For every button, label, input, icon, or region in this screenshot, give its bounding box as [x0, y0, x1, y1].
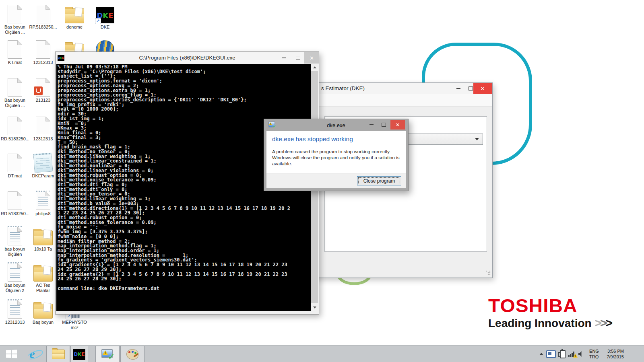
- maximize-button[interactable]: [378, 119, 389, 130]
- minimize-button[interactable]: [366, 119, 377, 130]
- folder-icon: [65, 8, 84, 23]
- desktop-icon[interactable]: RD.5183250...: [1, 191, 29, 216]
- document-icon: [8, 40, 22, 59]
- resize-grip[interactable]: [486, 270, 491, 275]
- text-document-icon: [8, 299, 22, 319]
- taskbar-ie-button[interactable]: e: [24, 346, 40, 362]
- maximize-button[interactable]: [291, 52, 304, 64]
- desktop-icon[interactable]: bas boyun ölçülen: [1, 226, 29, 257]
- dialog-body: dke.exe has stopped working A problem ca…: [266, 131, 406, 188]
- desktop-icon-label: Baş boyun: [29, 320, 57, 325]
- desktop-icon-label: 213123: [29, 98, 57, 103]
- desktop-icon-label: Bas boyun Ölçülen ...: [1, 25, 29, 35]
- start-button[interactable]: [3, 346, 19, 362]
- desktop-icon[interactable]: Bas boyun Ölçülen ...: [1, 4, 29, 35]
- desktop: TOSHIBA Leading Innovation >>> Bas boyun…: [0, 0, 644, 362]
- document-icon: [8, 117, 22, 135]
- tray-volume-icon[interactable]: [576, 346, 585, 362]
- document-icon: [8, 5, 22, 23]
- console-titlebar[interactable]: DKE C:\Program Files (x86)\DKE\DKEGUI.ex…: [56, 52, 319, 64]
- file-explorer-icon: [52, 350, 65, 359]
- chevron-up-icon: [539, 353, 543, 355]
- desktop-icon[interactable]: AC Tes Planlar: [29, 262, 57, 293]
- internet-explorer-icon: e: [29, 348, 35, 360]
- desktop-icon[interactable]: DKE↗DKE: [91, 4, 119, 30]
- text-document-icon: [36, 191, 50, 210]
- close-button[interactable]: ✕: [390, 120, 405, 130]
- close-program-button[interactable]: Close program: [357, 176, 401, 185]
- folder-icon: [33, 267, 53, 282]
- desktop-icon-label: DKE: [91, 25, 119, 30]
- desktop-icon-label: DKEParam: [29, 173, 57, 179]
- desktop-icon[interactable]: 12312313: [29, 39, 57, 65]
- desktop-icon-label: Bas boyun Ölçülen 2: [1, 283, 29, 293]
- tray-display-icon[interactable]: [545, 346, 557, 362]
- desktop-icon[interactable]: RP.5183250...: [29, 4, 57, 30]
- minimize-button[interactable]: [278, 52, 291, 64]
- chevron-down-icon: [475, 138, 479, 140]
- network-signal-icon: !: [568, 351, 576, 357]
- toshiba-tagline: Leading Innovation >>>: [488, 316, 611, 330]
- desktop-icon-label: philips8: [29, 211, 57, 216]
- dialog-heading: dke.exe has stopped working: [272, 136, 406, 143]
- desktop-icon[interactable]: KT.mat: [1, 39, 29, 65]
- compatibility-assistant-icon: ! ✓: [101, 349, 114, 360]
- dke-window-title: s Estimator (DKE): [321, 85, 365, 91]
- tray-time: 3:56 PM: [601, 348, 624, 354]
- desktop-icon[interactable]: deneme: [60, 4, 89, 30]
- notepad-icon: [33, 152, 53, 173]
- document-icon: [36, 78, 50, 97]
- desktop-icon[interactable]: DKEParam: [29, 153, 57, 179]
- dialog-titlebar[interactable]: ! ✓ dke.exe ✕: [264, 119, 408, 131]
- desktop-icon[interactable]: Baş boyun: [29, 299, 57, 325]
- desktop-icon[interactable]: DT.mat: [1, 153, 29, 179]
- dialog-footer: Close program: [266, 173, 406, 188]
- desktop-icon[interactable]: RD.5183250...: [1, 116, 29, 142]
- desktop-icon-label: RD.5183250...: [1, 136, 29, 142]
- dke-app-icon: DKE↗: [96, 7, 114, 23]
- desktop-icon-label: 12312313: [29, 60, 57, 65]
- document-icon: [8, 154, 22, 172]
- document-icon: [36, 40, 50, 59]
- desktop-icon[interactable]: 213123: [29, 77, 57, 103]
- scroll-up-icon[interactable]: [311, 64, 318, 71]
- show-hidden-icons-button[interactable]: [538, 346, 545, 362]
- close-button[interactable]: ✕: [304, 52, 319, 64]
- close-button[interactable]: ✕: [473, 83, 492, 94]
- desktop-icon[interactable]: philips8: [29, 191, 57, 216]
- language-indicator[interactable]: ENG TRQ: [588, 346, 601, 362]
- speaker-icon: [578, 351, 584, 357]
- desktop-icon[interactable]: 12312313: [1, 299, 29, 325]
- desktop-icon-label: 10x10 Ta: [29, 247, 57, 252]
- chevrons-icon: >>>: [594, 316, 611, 329]
- desktop-icon-label: AC Tes Planlar: [29, 283, 57, 293]
- scroll-down-icon[interactable]: [311, 304, 318, 311]
- tray-date: 7/9/2015: [601, 354, 624, 360]
- desktop-icon[interactable]: Bas boyun Ölçülen 2: [1, 262, 29, 293]
- toshiba-logo: TOSHIBA Leading Innovation >>>: [488, 296, 611, 330]
- taskbar-paint-button[interactable]: [120, 346, 144, 362]
- taskbar-explorer-button[interactable]: [46, 346, 70, 362]
- desktop-icon-label: RD.5183250...: [1, 211, 29, 216]
- crash-dialog: ! ✓ dke.exe ✕ dke.exe has stopped workin…: [264, 119, 409, 191]
- desktop-icon[interactable]: 12312313: [29, 116, 57, 142]
- language-code: ENG: [589, 348, 599, 354]
- desktop-icon-label: RP.5183250...: [29, 25, 57, 30]
- desktop-icon[interactable]: Bas boyun Ölçülen ...: [1, 77, 29, 108]
- desktop-icon[interactable]: 10x10 Ta: [29, 226, 57, 252]
- taskbar-error-report-button[interactable]: ! ✓: [95, 346, 120, 362]
- app-badge-icon: [34, 86, 43, 95]
- toshiba-brand-text: TOSHIBA: [488, 296, 616, 315]
- tray-power-icon[interactable]: [558, 346, 568, 362]
- text-document-icon: [8, 226, 22, 245]
- desktop-icon-label: 12312313: [1, 320, 29, 325]
- text-document-icon: [8, 262, 22, 282]
- document-icon: [8, 191, 22, 210]
- keyboard-layout: TRQ: [589, 354, 599, 360]
- document-icon: [36, 117, 50, 135]
- desktop-icon-label: DT.mat: [1, 173, 29, 179]
- taskbar-dke-button[interactable]: DKE: [70, 346, 88, 362]
- minimize-button[interactable]: [452, 83, 464, 94]
- clock[interactable]: 3:56 PM 7/9/2015: [601, 346, 624, 362]
- desktop-icon-label: MEPHYSTO mc²: [60, 320, 89, 330]
